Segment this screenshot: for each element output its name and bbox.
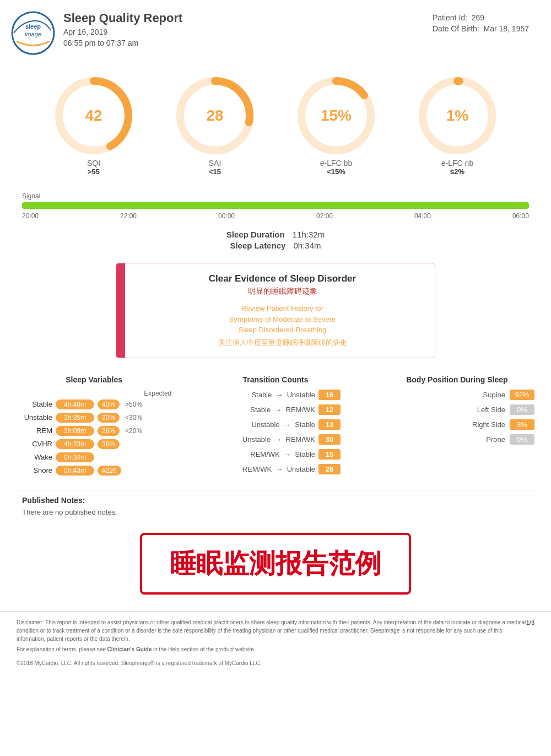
svg-text:image: image	[25, 31, 41, 37]
vars-label-stable: Stable	[17, 400, 52, 408]
vars-time-unstable: 3h:35m	[56, 413, 94, 423]
vars-time-wake: 0h:34m	[56, 452, 94, 462]
trans-row-rem/wk-stable: REM/WK → Stable 15	[182, 449, 369, 460]
watermark-section: 睡眠监测报告范例	[0, 527, 551, 611]
pos-pct-right-side: 3%	[510, 419, 534, 430]
vars-label-cvhr: CVHR	[17, 440, 52, 448]
pos-row-right-side: Right Side 3%	[380, 419, 534, 430]
vars-label-rem: REM	[17, 426, 52, 435]
charts-row: 42 SQI >55 28 SAI <15 15% e-L	[0, 66, 551, 187]
footer-copyright: ©2018 MyCardio, LLC. All rights reserved…	[0, 657, 551, 672]
header: sleep image Sleep Quality Report Apr 16,…	[0, 0, 551, 61]
time-label-0600: 06:00	[512, 212, 529, 220]
trans-row-unstable-rem/wk: Unstable → REM/WK 30	[182, 434, 369, 445]
pos-label-supine: Supine	[461, 391, 505, 399]
chart-label-sai: SAI	[209, 159, 222, 168]
vars-time-rem: 3h:09m	[56, 426, 94, 436]
bottom-sections: Sleep Variables Expected Stable 4h:48m40…	[0, 364, 551, 490]
donut-value-sqi: 42	[85, 107, 102, 125]
donut-value-elfc_bb: 15%	[321, 107, 352, 125]
time-label-2200: 22:00	[120, 212, 137, 220]
trans-label: Stable → REM/WK	[210, 406, 315, 414]
pos-pct-supine: 92%	[510, 390, 534, 400]
pos-row-left-side: Left Side 0%	[380, 404, 534, 415]
pos-label-right-side: Right Side	[461, 420, 505, 429]
logo: sleep image	[11, 11, 55, 55]
body-position-title: Body Position During Sleep	[380, 375, 534, 384]
chart-sublabel-sai: <15	[209, 168, 221, 176]
vars-expected-rem: <20%	[125, 427, 142, 435]
published-notes: Published Notes: There are no published …	[0, 490, 551, 527]
trans-label: Unstable → REM/WK	[210, 435, 315, 444]
disorder-content: Clear Evidence of Sleep Disorder 明显的睡眠障碍…	[152, 273, 413, 348]
svg-text:sleep: sleep	[25, 23, 41, 30]
position-table: Supine 92% Left Side 0% Right Side 3% Pr…	[380, 390, 534, 445]
trans-count: 16	[318, 390, 341, 400]
trans-label: REM/WK → Stable	[210, 450, 315, 458]
vars-pct-unstable: 30%	[98, 413, 120, 423]
trans-row-rem/wk-unstable: REM/WK → Unstable 26	[182, 464, 369, 474]
vars-row-unstable: Unstable 3h:35m30%<30%	[17, 413, 171, 423]
report-date: Apr 16, 2019	[63, 28, 182, 36]
pos-label-prone: Prone	[461, 435, 505, 444]
header-title: Sleep Quality Report Apr 16, 2019 06:55 …	[63, 11, 182, 47]
disorder-red-bar	[116, 263, 125, 358]
sleep-info: Sleep Duration 11h:32m Sleep Latency 0h:…	[0, 220, 551, 257]
patient-id: Patient Id: 269	[433, 13, 529, 22]
disorder-subtitle: 明显的睡眠障碍迹象	[152, 287, 413, 296]
chart-sublabel-sqi: >55	[88, 168, 100, 176]
chart-sublabel-elfc_nb: ≤2%	[450, 168, 464, 176]
vars-pct-snore: #226	[98, 466, 121, 476]
watermark-text: 睡眠监测报告范例	[170, 546, 381, 581]
time-label-0000: 00:00	[218, 212, 235, 220]
vars-time-stable: 4h:48m	[56, 399, 94, 409]
sleep-vars-table: Expected Stable 4h:48m40%>50% Unstable 3…	[17, 390, 171, 476]
header-right: Patient Id: 269 Date Of Birth: Mar 18, 1…	[433, 11, 529, 33]
vars-row-cvhr: CVHR 4h:23m36%	[17, 439, 171, 449]
header-left: sleep image Sleep Quality Report Apr 16,…	[11, 11, 182, 55]
disorder-box-wrapper: Clear Evidence of Sleep Disorder 明显的睡眠障碍…	[0, 257, 551, 364]
transition-counts-title: Transition Counts	[182, 375, 369, 384]
chart-elfc_bb: 15% e-LFC bb <15%	[298, 77, 375, 176]
trans-count: 13	[318, 419, 341, 430]
watermark-box: 睡眠监测报告范例	[140, 533, 411, 595]
disorder-box: Clear Evidence of Sleep Disorder 明显的睡眠障碍…	[116, 263, 435, 358]
donut-sqi: 42	[55, 77, 132, 154]
body-position-section: Body Position During Sleep Supine 92% Le…	[380, 375, 534, 449]
disclaimer-clinician-line: For explanation of terms, please see Cli…	[17, 645, 534, 654]
chart-label-elfc_nb: e-LFC nb	[441, 159, 473, 168]
trans-label: Stable → Unstable	[210, 391, 315, 399]
vars-expected-stable: >50%	[125, 401, 142, 408]
donut-elfc_nb: 1%	[419, 77, 496, 154]
chart-elfc_nb: 1% e-LFC nb ≤2%	[419, 77, 496, 176]
sleep-latency: Sleep Latency 0h:34m	[0, 241, 551, 250]
sleep-vars-section: Sleep Variables Expected Stable 4h:48m40…	[17, 375, 171, 479]
chart-sai: 28 SAI <15	[176, 77, 253, 176]
trans-row-unstable-stable: Unstable → Stable 13	[182, 419, 369, 430]
pos-row-supine: Supine 92%	[380, 390, 534, 400]
vars-label-wake: Wake	[17, 453, 52, 461]
date-of-birth: Date Of Birth: Mar 18, 1957	[433, 24, 529, 33]
vars-label-snore: Snore	[17, 466, 52, 474]
vars-pct-stable: 40%	[98, 399, 120, 409]
pos-label-left-side: Left Side	[461, 406, 505, 414]
trans-label: Unstable → Stable	[210, 420, 315, 429]
vars-pct-cvhr: 36%	[98, 439, 120, 449]
vars-row-snore: Snore 0h:43m#226	[17, 466, 171, 476]
vars-expected-unstable: <30%	[125, 414, 142, 422]
transition-counts-section: Transition Counts Stable → Unstable 16 S…	[182, 375, 369, 479]
vars-time-snore: 0h:43m	[56, 466, 94, 476]
disorder-title: Clear Evidence of Sleep Disorder	[152, 273, 413, 284]
trans-count: 26	[318, 464, 341, 474]
disorder-desc-zh: 关注病人中度至重度睡眠呼吸障碍的病史	[152, 338, 413, 348]
clinician-guide-link[interactable]: Clinician's Guide	[107, 646, 152, 652]
vars-row-stable: Stable 4h:48m40%>50%	[17, 399, 171, 409]
vars-label-unstable: Unstable	[17, 413, 52, 422]
time-axis: 20:0022:0000:0002:0004:0006:00	[22, 212, 529, 220]
report-title: Sleep Quality Report	[63, 11, 182, 25]
signal-label: Signal	[22, 192, 529, 200]
page-number: 1/3	[526, 618, 534, 628]
report-time-range: 06:55 pm to 07:37 am	[63, 39, 182, 47]
trans-label: REM/WK → Unstable	[210, 465, 315, 473]
trans-count: 30	[318, 434, 341, 445]
